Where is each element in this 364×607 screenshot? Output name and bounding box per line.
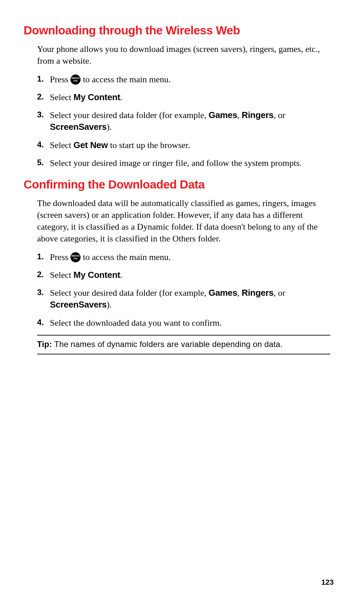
icon-line2: OK [73, 80, 78, 82]
step-text: Select the downloaded data you want to c… [50, 318, 222, 328]
menu-ok-icon: MENUOK [70, 252, 81, 262]
step-text: to access the main menu. [81, 252, 171, 262]
step-text: to access the main menu. [81, 75, 171, 84]
section2-steps: Press MENUOK to access the main menu. Se… [37, 251, 330, 328]
step-bold: Games [209, 110, 237, 120]
menu-ok-icon: MENUOK [70, 75, 81, 85]
step-text: Select [50, 140, 73, 150]
step-text: . [120, 92, 123, 102]
section1-intro: Your phone allows you to download images… [37, 43, 330, 67]
tip-box: Tip: The names of dynamic folders are va… [37, 335, 330, 354]
step-item: Select your desired data folder (for exa… [37, 287, 330, 311]
step-item: Press MENUOK to access the main menu. [37, 74, 330, 85]
step-text: ). [107, 122, 112, 132]
step-bold: ScreenSavers [50, 299, 107, 310]
step-bold: Get New [73, 140, 108, 150]
step-text: , or [274, 110, 285, 120]
step-text: Press [50, 252, 70, 262]
step-bold: My Content [73, 92, 120, 102]
step-item: Select the downloaded data you want to c… [37, 317, 330, 329]
icon-line2: OK [73, 257, 78, 260]
section-heading-1: Downloading through the Wireless Web [24, 24, 334, 37]
step-text: , [237, 110, 242, 120]
step-item: Press MENUOK to access the main menu. [37, 251, 330, 263]
step-text: Select [50, 92, 73, 102]
tip-text: The names of dynamic folders are variabl… [52, 340, 282, 349]
step-bold: ScreenSavers [50, 122, 107, 132]
step-text: to start up the browser. [108, 140, 190, 150]
step-text: ). [107, 300, 112, 310]
page-number: 123 [321, 578, 334, 587]
step-item: Select My Content. [37, 269, 330, 281]
step-bold: Games [209, 288, 237, 298]
tip-label: Tip: [37, 340, 52, 349]
step-bold: Ringers [242, 110, 274, 120]
step-item: Select My Content. [37, 91, 330, 103]
step-text: Select [50, 270, 73, 280]
step-text: , or [274, 288, 285, 298]
step-text: , [237, 288, 242, 298]
section1-steps: Press MENUOK to access the main menu. Se… [37, 74, 330, 169]
section2-intro: The downloaded data will be automaticall… [37, 197, 330, 244]
step-text: . [120, 270, 123, 280]
step-text: Select your desired data folder (for exa… [50, 110, 209, 120]
step-text: Select your desired data folder (for exa… [50, 288, 209, 298]
step-bold: My Content [73, 270, 120, 280]
step-item: Select your desired image or ringer file… [37, 157, 330, 169]
section-heading-2: Confirming the Downloaded Data [24, 178, 334, 191]
step-bold: Ringers [242, 288, 274, 298]
step-text: Select your desired image or ringer file… [50, 158, 302, 168]
step-item: Select your desired data folder (for exa… [37, 109, 330, 133]
step-item: Select Get New to start up the browser. [37, 139, 330, 151]
step-text: Press [50, 75, 70, 84]
